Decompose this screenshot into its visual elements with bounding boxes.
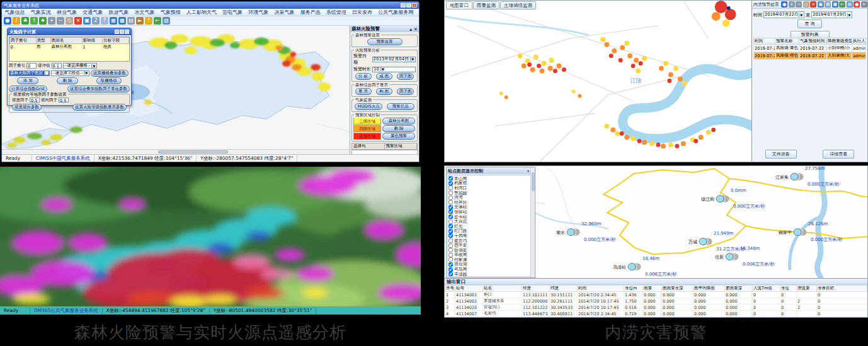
station-cylinder-icon[interactable] bbox=[699, 238, 712, 247]
get-grid-value-button[interactable]: 取栅格值 bbox=[96, 77, 122, 84]
analysis-button[interactable]: 因子图 bbox=[397, 73, 414, 80]
grid-select[interactable]: --请选择栅格--▼ bbox=[63, 63, 98, 69]
warning-duration-select[interactable]: 10▼ bbox=[372, 67, 416, 72]
layer-checkbox[interactable] bbox=[448, 200, 453, 204]
vehicle-icon[interactable]: ► bbox=[136, 17, 144, 25]
date-to-picker[interactable]: 2019年07月29日▼ bbox=[811, 11, 852, 18]
globe-icon[interactable]: ● bbox=[4, 17, 11, 25]
station-cylinder-icon[interactable] bbox=[627, 263, 641, 272]
stop-icon[interactable]: ● bbox=[854, 1, 860, 8]
menu-item[interactable]: 环境气象 bbox=[246, 9, 271, 16]
image-icon[interactable]: ▧ bbox=[163, 17, 170, 25]
region-button[interactable]: 黄色预警 bbox=[382, 133, 415, 140]
monitor-button[interactable]: MODIS火点 bbox=[355, 103, 382, 110]
layer-checkbox[interactable] bbox=[448, 248, 453, 252]
layer-checkbox[interactable] bbox=[448, 272, 453, 276]
delete-button[interactable]: 删 除 bbox=[57, 77, 78, 84]
key-icon[interactable]: ! bbox=[145, 17, 152, 25]
menu-item[interactable]: 气象信息 bbox=[2, 9, 28, 16]
window-icon[interactable]: ▣ bbox=[83, 17, 91, 25]
panel-close-icon[interactable]: ✕ bbox=[414, 26, 418, 32]
output-row[interactable]: 341134020官堤河口112.10122230.3435332014/7/2… bbox=[445, 304, 867, 311]
globe-icon[interactable]: ● bbox=[781, 1, 787, 8]
add-button[interactable]: 添 加 bbox=[17, 77, 38, 84]
delete-icon[interactable]: × bbox=[74, 17, 82, 25]
station-cylinder-icon[interactable] bbox=[725, 253, 739, 262]
forest-up-icon[interactable]: ↑ bbox=[30, 17, 38, 25]
factor-display-button[interactable]: 显 示 bbox=[355, 88, 372, 95]
zoom-out-icon[interactable]: − bbox=[796, 1, 802, 8]
forest-select-icon[interactable]: ♠ bbox=[39, 17, 47, 25]
warning-row[interactable]: 2019-07-22 1..风险级:橙色2019-07-22 1..大到暴雨/大… bbox=[754, 52, 866, 60]
menu-item[interactable]: 雷电气象 bbox=[220, 9, 246, 16]
pan-icon[interactable]: ◇ bbox=[66, 17, 73, 25]
forest-layer-icon[interactable]: ♣ bbox=[21, 17, 29, 25]
map-tab[interactable]: 地图窗口 bbox=[446, 1, 472, 9]
menu-item[interactable]: 水文气象 bbox=[132, 9, 157, 16]
terrain-params-button[interactable]: 坡度坡向参数 bbox=[12, 104, 42, 111]
station-cylinder-icon[interactable] bbox=[790, 173, 804, 182]
warning-region-list[interactable] bbox=[351, 150, 418, 154]
layer-checkbox[interactable] bbox=[448, 186, 453, 190]
page-2-icon[interactable]: 2 bbox=[92, 17, 100, 25]
layer-checkbox[interactable] bbox=[448, 176, 453, 181]
layer-scrollbar[interactable] bbox=[530, 167, 535, 277]
minimize-button[interactable]: _ bbox=[401, 3, 406, 8]
江津湖[interactable]: 江津湖 bbox=[448, 276, 528, 277]
analysis-button[interactable]: 成 图 bbox=[376, 73, 392, 80]
dialog-minimize-button[interactable]: _ bbox=[115, 30, 119, 34]
factor-display-button[interactable]: 构 图 bbox=[376, 88, 392, 95]
layer-checkbox[interactable] bbox=[448, 220, 453, 224]
close-button[interactable]: × bbox=[412, 3, 417, 8]
display-params-button[interactable]: 设置火险等级指数显示参数 bbox=[72, 104, 127, 111]
remote-sensing-image[interactable] bbox=[0, 167, 421, 306]
menu-item[interactable]: 公共气象服务网 bbox=[375, 9, 416, 16]
layer-checkbox[interactable] bbox=[448, 191, 453, 195]
layer-checkbox[interactable] bbox=[448, 253, 453, 257]
map-view-icon[interactable]: ▦ bbox=[110, 17, 117, 25]
output-row[interactable]: 441134007毛家垱113.44667330.4088112014/7/20… bbox=[445, 311, 867, 317]
panel-collapse-icon[interactable]: ▾ bbox=[527, 169, 529, 173]
panel-bottom-button[interactable]: 文件设备 bbox=[765, 150, 797, 159]
output-row[interactable]: 141134001朴口113.10111130.1511112014/7/20 … bbox=[445, 292, 867, 298]
warning-row[interactable]: 2019-07-22 1..风险级:黄色..2019-07-22 1..小到中雨… bbox=[754, 45, 866, 52]
layer-select[interactable]: 森林火险因子图层▼ bbox=[9, 70, 50, 76]
window-icon[interactable]: ▣ bbox=[818, 1, 824, 8]
menu-item[interactable]: 交通气象 bbox=[80, 9, 106, 16]
back-icon[interactable]: ← bbox=[839, 1, 845, 8]
region-button[interactable]: 森林分布图 bbox=[382, 118, 415, 125]
zoom-in-icon[interactable]: + bbox=[789, 1, 795, 8]
map-icon[interactable]: ▦ bbox=[832, 1, 838, 8]
zoom-in-icon[interactable]: + bbox=[48, 17, 55, 25]
layer-checkbox[interactable] bbox=[448, 233, 453, 238]
map-edit-icon[interactable]: ▩ bbox=[118, 17, 126, 25]
date-from-picker[interactable]: 2019年07月22日▼ bbox=[763, 11, 804, 18]
menu-item[interactable]: 气象预报 bbox=[157, 9, 183, 16]
warning-date-select[interactable]: 2013年02月04日▼ bbox=[372, 57, 416, 62]
aspect-input[interactable]: 0.5 bbox=[59, 98, 69, 103]
layer-checkbox[interactable] bbox=[448, 224, 453, 228]
menu-item[interactable]: 日常发布 bbox=[349, 9, 375, 16]
layer-checkbox[interactable] bbox=[448, 205, 453, 209]
menu-item[interactable]: 旅游气象 bbox=[106, 9, 132, 16]
panel-collapse-icon[interactable]: ▴ bbox=[409, 26, 412, 32]
field-select[interactable]: --请选择字段值--▼ bbox=[51, 70, 89, 76]
menu-item[interactable]: 林业气象 bbox=[54, 9, 79, 16]
set-grid-params-button[interactable]: 设置栅格叠加参数 bbox=[91, 70, 128, 77]
station-cylinder-icon[interactable] bbox=[716, 195, 729, 204]
region-button[interactable]: 删 除 bbox=[382, 125, 415, 132]
warning-setup-button[interactable]: 预警设置 bbox=[367, 38, 403, 45]
layer-checkbox[interactable] bbox=[448, 181, 453, 186]
monitor-button[interactable]: 预警信息 bbox=[387, 103, 414, 110]
factor-display-button[interactable]: 因子图 bbox=[397, 88, 414, 95]
delete-icon[interactable]: × bbox=[810, 1, 816, 8]
map-tab[interactable]: 土壤墒情监测 bbox=[500, 1, 536, 9]
layer-checkbox[interactable] bbox=[448, 215, 453, 219]
layer-checkbox[interactable] bbox=[448, 196, 453, 200]
image-icon[interactable]: ▧ bbox=[847, 1, 853, 8]
query-button[interactable]: 查 询 bbox=[797, 20, 821, 28]
identify-icon[interactable]: ? bbox=[101, 17, 108, 25]
factor-index-input[interactable]: 0 bbox=[26, 63, 37, 69]
dialog-close-button[interactable]: × bbox=[125, 30, 129, 34]
panel-bottom-button[interactable]: 详情查看 bbox=[823, 150, 854, 159]
